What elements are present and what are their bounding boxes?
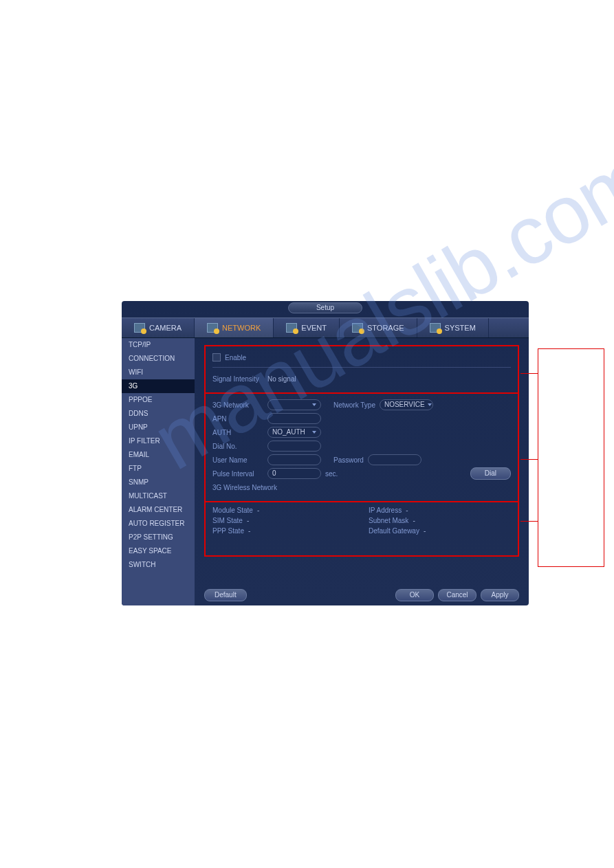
setup-window: Setup CAMERA NETWORK EVENT STORAGE SYSTE…	[122, 301, 529, 605]
tab-system[interactable]: SYSTEM	[417, 318, 489, 337]
tab-label: CAMERA	[149, 324, 182, 332]
callout-line	[520, 373, 538, 374]
default-gateway-label: Default Gateway	[369, 527, 419, 535]
ppp-state-value: -	[248, 527, 250, 535]
default-gateway: Default Gateway -	[369, 527, 511, 535]
apn-label: APN	[212, 415, 263, 423]
tab-label: NETWORK	[222, 324, 261, 332]
default-button[interactable]: Default	[204, 589, 247, 601]
tab-label: EVENT	[301, 324, 327, 332]
sidebar-item-connection[interactable]: CONNECTION	[122, 352, 195, 366]
tab-camera[interactable]: CAMERA	[122, 318, 195, 337]
sidebar-item-p2p[interactable]: P2P SETTING	[122, 531, 195, 544]
sidebar-item-3g[interactable]: 3G	[122, 379, 195, 393]
enable-label: Enable	[225, 354, 246, 361]
sidebar-item-email[interactable]: EMAIL	[122, 448, 195, 462]
sidebar-item-autoregister[interactable]: AUTO REGISTER	[122, 517, 195, 531]
config-panel: 3G Network Network Type NOSERVICE APN	[204, 394, 519, 502]
sidebar-item-wifi[interactable]: WIFI	[122, 366, 195, 379]
status-grid: Module State - IP Address - SIM State - …	[212, 507, 511, 535]
ip-address-value: -	[406, 507, 408, 514]
signal-intensity-value: No signal	[267, 375, 296, 383]
user-name-input[interactable]	[267, 454, 321, 465]
main-tabs: CAMERA NETWORK EVENT STORAGE SYSTEM	[122, 318, 529, 338]
sidebar-item-tcpip[interactable]: TCP/IP	[122, 338, 195, 352]
subnet-mask-value: -	[413, 517, 415, 524]
ppp-state-label: PPP State	[212, 527, 244, 535]
dial-button[interactable]: Dial	[470, 467, 511, 480]
ip-address-label: IP Address	[369, 507, 402, 514]
tab-label: SYSTEM	[445, 324, 476, 332]
ppp-state: PPP State -	[212, 527, 355, 535]
apply-button[interactable]: Apply	[481, 589, 519, 601]
sidebar-item-multicast[interactable]: MULTICAST	[122, 489, 195, 503]
pulse-interval-input[interactable]: 0	[267, 468, 321, 479]
dial-no-input[interactable]	[267, 441, 321, 452]
camera-icon	[134, 323, 145, 333]
select-value: NOSERVICE	[384, 400, 425, 410]
footer: Default OK Cancel Apply	[204, 589, 519, 601]
main-content: Enable Signal Intensity No signal 3G Net…	[195, 338, 529, 605]
callout-box	[538, 348, 604, 567]
default-gateway-value: -	[424, 527, 426, 535]
window-body: TCP/IP CONNECTION WIFI 3G PPPOE DDNS UPN…	[122, 338, 529, 605]
sim-state-label: SIM State	[212, 517, 243, 524]
tab-label: STORAGE	[367, 324, 404, 332]
sidebar: TCP/IP CONNECTION WIFI 3G PPPOE DDNS UPN…	[122, 338, 195, 605]
password-input[interactable]	[368, 454, 421, 465]
tab-network[interactable]: NETWORK	[195, 318, 274, 337]
sim-state: SIM State -	[212, 517, 355, 524]
pulse-interval-label: Pulse Interval	[212, 470, 263, 478]
footer-right: OK Cancel Apply	[395, 589, 519, 601]
tab-event[interactable]: EVENT	[274, 318, 340, 337]
module-state-label: Module State	[212, 507, 253, 514]
event-icon	[286, 323, 297, 333]
status-panel: Module State - IP Address - SIM State - …	[204, 502, 519, 557]
apn-input[interactable]	[267, 413, 321, 424]
auth-label: AUTH	[212, 429, 263, 436]
system-icon	[430, 323, 441, 333]
auth-select[interactable]: NO_AUTH	[267, 427, 321, 438]
storage-icon	[352, 323, 363, 333]
sidebar-item-ftp[interactable]: FTP	[122, 462, 195, 476]
callout-line	[520, 459, 538, 460]
wireless-header: 3G Wireless Network	[212, 484, 277, 491]
network-type-select[interactable]: NOSERVICE	[380, 399, 433, 410]
titlebar: Setup	[122, 301, 529, 318]
select-value: NO_AUTH	[272, 427, 305, 437]
sidebar-item-pppoe[interactable]: PPPOE	[122, 393, 195, 407]
3g-network-label: 3G Network	[212, 401, 263, 409]
sidebar-item-snmp[interactable]: SNMP	[122, 476, 195, 489]
sidebar-item-ipfilter[interactable]: IP FILTER	[122, 434, 195, 448]
password-label: Password	[333, 456, 364, 464]
signal-intensity-label: Signal Intensity	[212, 375, 263, 383]
ip-address: IP Address -	[369, 507, 511, 514]
window-title: Setup	[288, 302, 362, 313]
ok-button[interactable]: OK	[395, 589, 434, 601]
callout-line	[520, 521, 538, 522]
chevron-down-icon	[312, 403, 316, 406]
module-state: Module State -	[212, 507, 355, 514]
sidebar-item-alarmcenter[interactable]: ALARM CENTER	[122, 503, 195, 517]
subnet-mask: Subnet Mask -	[369, 517, 511, 524]
sidebar-item-easyspace[interactable]: EASY SPACE	[122, 544, 195, 558]
pulse-unit: sec.	[325, 470, 338, 478]
chevron-down-icon	[312, 431, 316, 434]
sidebar-item-upnp[interactable]: UPNP	[122, 421, 195, 434]
sim-state-value: -	[247, 517, 249, 524]
chevron-down-icon	[428, 403, 432, 406]
sidebar-item-ddns[interactable]: DDNS	[122, 407, 195, 421]
user-name-label: User Name	[212, 456, 263, 464]
tab-storage[interactable]: STORAGE	[340, 318, 417, 337]
subnet-mask-label: Subnet Mask	[369, 517, 408, 524]
divider	[212, 367, 511, 368]
module-state-value: -	[257, 507, 259, 514]
dial-no-label: Dial No.	[212, 443, 263, 450]
enable-checkbox[interactable]	[212, 353, 221, 361]
network-icon	[207, 323, 218, 333]
3g-network-select[interactable]	[267, 399, 321, 410]
enable-panel: Enable Signal Intensity No signal	[204, 345, 519, 394]
sidebar-item-switch[interactable]: SWITCH	[122, 558, 195, 572]
network-type-label: Network Type	[333, 401, 375, 409]
cancel-button[interactable]: Cancel	[438, 589, 476, 601]
